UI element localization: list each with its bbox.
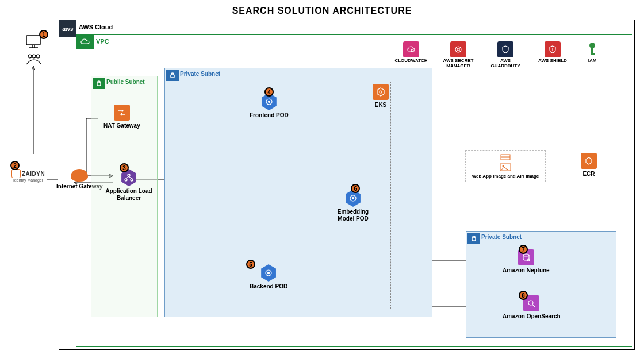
cloudwatch-service: CLOUDWATCH [392, 41, 430, 64]
eks-service: EKS [373, 84, 389, 109]
nat-gateway: NAT Gateway [103, 105, 140, 129]
public-subnet-tag-icon [93, 78, 105, 89]
svg-rect-37 [472, 238, 476, 241]
embedding-model-pod: Embedding Model POD [330, 190, 376, 222]
svg-point-22 [352, 198, 354, 199]
image-icon [500, 163, 511, 171]
shield-icon [545, 41, 561, 57]
private-subnet-2-tag-icon [467, 233, 480, 244]
badge-3: 3 [120, 163, 129, 172]
badge-4: 4 [264, 87, 274, 97]
svg-point-38 [523, 254, 529, 256]
neptune-label: Amazon Neptune [503, 267, 550, 274]
badge-2: 2 [10, 161, 20, 170]
svg-point-9 [28, 55, 32, 58]
svg-rect-12 [97, 83, 101, 86]
svg-point-11 [36, 55, 40, 58]
storage-icon [500, 154, 511, 162]
amazon-opensearch: Amazon OpenSearch [503, 295, 561, 320]
frontend-pod-label: Frontend POD [250, 112, 289, 119]
svg-point-40 [528, 301, 533, 305]
svg-rect-27 [457, 48, 459, 51]
ecr-service: ECR [581, 153, 597, 178]
svg-point-14 [125, 179, 127, 181]
secret-manager-icon [450, 41, 466, 57]
zaidyn-sublabel: Identity Manager [13, 178, 43, 182]
users-group-icon [25, 53, 43, 66]
opensearch-label: Amazon OpenSearch [503, 313, 561, 320]
badge-1: 1 [39, 30, 48, 39]
backend-pod-icon [260, 264, 277, 282]
svg-rect-33 [501, 157, 510, 160]
cloudwatch-label: CLOUDWATCH [394, 59, 427, 64]
zaidyn-identity-manager: ZAIDYN Identity Manager [8, 169, 48, 182]
vpc-tag-icon [76, 35, 94, 49]
zaidyn-label: ZAIDYN [22, 171, 45, 177]
embedding-pod-label: Embedding Model POD [330, 209, 376, 222]
cloudwatch-icon [403, 41, 419, 57]
vpc-label: VPC [96, 38, 109, 45]
eks-label: EKS [375, 102, 387, 109]
svg-rect-31 [591, 53, 595, 55]
nat-gateway-icon [114, 105, 130, 121]
secret-manager-label: AWS SECRET MANAGER [439, 59, 477, 69]
svg-point-35 [503, 165, 504, 167]
ecr-inner-box: Web App Image and API Image [465, 150, 546, 182]
ecr-dashed-group: Web App Image and API Image [458, 144, 578, 188]
svg-point-18 [379, 91, 382, 93]
nat-gateway-label: NAT Gateway [103, 122, 140, 129]
guardduty-icon [497, 41, 513, 57]
svg-point-29 [589, 43, 595, 48]
ecr-label: ECR [582, 171, 595, 178]
eks-icon [373, 84, 389, 100]
aws-services-row: CLOUDWATCH AWS SECRET MANAGER AWS GUARDD… [392, 41, 604, 69]
svg-point-25 [411, 49, 413, 52]
private-subnet-2-container: Private Subnet [466, 231, 616, 338]
badge-5: 5 [246, 260, 255, 269]
secret-manager-service: AWS SECRET MANAGER [439, 41, 477, 69]
frontend-pod: Frontend POD [250, 93, 289, 119]
svg-point-20 [268, 101, 270, 103]
aws-cloud-label: AWS Cloud [79, 24, 113, 30]
private-subnet-1-tag-icon [166, 70, 179, 81]
svg-point-13 [128, 174, 130, 176]
key-icon [586, 41, 598, 57]
private-subnet-2-label: Private Subnet [481, 234, 522, 240]
badge-8: 8 [519, 291, 528, 300]
iam-label: IAM [588, 59, 597, 64]
application-load-balancer: Application Load Balancer [103, 169, 154, 201]
diagram-title: SEARCH SOLUTION ARCHITECTURE [0, 0, 644, 20]
diagram-canvas: 1 ZAIDYN Identity Manager 2 Internet Gat… [6, 20, 638, 350]
svg-point-10 [32, 55, 36, 58]
guardduty-service: AWS GUARDDUTY [486, 41, 524, 69]
svg-marker-36 [586, 157, 592, 164]
svg-rect-32 [501, 155, 510, 157]
ecr-icon [581, 153, 597, 169]
svg-rect-16 [171, 75, 174, 78]
badge-7: 7 [519, 245, 528, 254]
private-subnet-1-label: Private Subnet [180, 71, 220, 77]
svg-marker-17 [377, 88, 384, 96]
public-subnet-label: Public Subnet [106, 79, 145, 85]
guardduty-label: AWS GUARDDUTY [486, 59, 524, 69]
svg-rect-5 [26, 36, 40, 45]
alb-label: Application Load Balancer [103, 188, 154, 201]
svg-point-24 [268, 272, 270, 274]
iam-service: IAM [581, 41, 604, 64]
backend-pod-label: Backend POD [250, 283, 288, 290]
svg-point-15 [131, 179, 133, 181]
shield-label: AWS SHIELD [538, 59, 567, 64]
badge-6: 6 [351, 184, 360, 193]
shield-service: AWS SHIELD [534, 41, 572, 64]
aws-logo-icon: aws [59, 20, 76, 37]
ecr-inner-label: Web App Image and API Image [472, 174, 539, 179]
svg-line-41 [532, 305, 535, 307]
backend-pod: Backend POD [250, 264, 288, 290]
svg-point-26 [455, 47, 461, 52]
